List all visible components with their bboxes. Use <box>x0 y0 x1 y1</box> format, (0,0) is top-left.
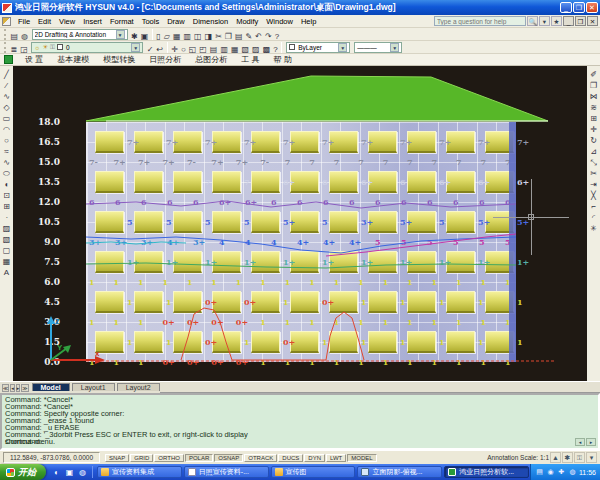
hatch-icon[interactable]: ▨ <box>1 222 13 233</box>
toggle-lwt[interactable]: LWT <box>326 454 346 462</box>
scale-icon[interactable]: ⊿ <box>588 145 600 156</box>
show-desktop-icon[interactable]: ▣ <box>64 467 75 478</box>
line-icon[interactable]: ╱ <box>1 68 13 79</box>
taskbar-button[interactable]: 立面阴影-俯视... <box>357 466 442 478</box>
player-icon[interactable]: ◍ <box>77 467 88 478</box>
toggle-ortho[interactable]: ORTHO <box>154 454 184 462</box>
menu-item-edit[interactable]: Edit <box>34 17 55 26</box>
minimize-button[interactable]: _ <box>560 2 572 13</box>
chevron-down-icon[interactable]: ▼ <box>338 43 347 52</box>
break-icon[interactable]: ╳ <box>588 189 600 200</box>
chevron-down-icon[interactable]: ▼ <box>131 43 140 52</box>
annotation-visibility-icon[interactable]: ▲ <box>550 452 561 463</box>
chamfer-icon[interactable]: ⌐ <box>588 200 600 211</box>
tab-nav-icon[interactable]: ≪ <box>2 384 9 392</box>
hysun-menu-item[interactable]: 总图分析 <box>188 55 234 64</box>
menu-item-insert[interactable]: Insert <box>79 17 106 26</box>
tab-nav-icon[interactable]: ▸ <box>16 384 21 392</box>
taskbar-button[interactable]: 鸿业日照分析软... <box>444 466 529 478</box>
autoscale-icon[interactable]: ✱ <box>562 452 573 463</box>
ie-icon[interactable]: ◐ <box>51 467 62 478</box>
copy-object-icon[interactable]: ❐ <box>588 79 600 90</box>
start-button[interactable]: 开始 <box>0 464 46 480</box>
array-icon[interactable]: ⊞ <box>588 112 600 123</box>
taskbar-button[interactable]: 日照宣传资料-... <box>184 466 269 478</box>
color-dropdown[interactable]: ByLayer ▼ <box>286 42 350 53</box>
stretch-icon[interactable]: ⤡ <box>588 156 600 167</box>
explode-icon[interactable]: ✳ <box>588 222 600 233</box>
move-icon[interactable]: ✛ <box>588 123 600 134</box>
mtext-icon[interactable]: A <box>1 266 13 277</box>
xline-icon[interactable]: ⁄ <box>1 79 13 90</box>
hysun-menu-item[interactable]: 日照分析 <box>142 55 188 64</box>
volume-icon[interactable]: ◉ <box>546 468 555 476</box>
close-button[interactable]: ✕ <box>586 2 598 13</box>
toggle-model[interactable]: MODEL <box>347 454 376 462</box>
rotate-icon[interactable]: ↻ <box>588 134 600 145</box>
toggle-polar[interactable]: POLAR <box>185 454 213 462</box>
toolbar-unlock-icon[interactable]: ⚿ <box>574 452 585 463</box>
scanner-icon[interactable]: ▤ <box>535 468 544 476</box>
command-prompt[interactable]: Command: <box>5 437 42 446</box>
hysun-menu-item[interactable]: 工 具 <box>234 55 266 64</box>
toolbar-grip[interactable] <box>4 42 7 53</box>
workspace-dropdown[interactable]: 2D Drafting & Annotation ▼ <box>32 29 128 40</box>
polyline-icon[interactable]: ∿ <box>1 90 13 101</box>
toggle-otrack[interactable]: OTRACK <box>244 454 277 462</box>
toolbar-grip[interactable] <box>4 29 7 40</box>
hysun-menu-item[interactable]: 基本建模 <box>50 55 96 64</box>
restore-button[interactable]: ❐ <box>573 2 585 13</box>
chevron-down-icon[interactable]: ▼ <box>390 43 399 52</box>
toggle-snap[interactable]: SNAP <box>105 454 129 462</box>
mirror-icon[interactable]: ⋈ <box>588 90 600 101</box>
polygon-icon[interactable]: ◇ <box>1 101 13 112</box>
toggle-grid[interactable]: GRID <box>130 454 153 462</box>
search-dropdown-icon[interactable]: 🔍 <box>527 16 538 26</box>
doc-minimize-button[interactable]: _ <box>563 16 574 26</box>
gradient-icon[interactable]: ▧ <box>1 233 13 244</box>
hysun-menu-item[interactable]: 设 置 <box>18 55 50 64</box>
chevron-down-icon[interactable]: ▼ <box>116 30 125 39</box>
doc-close-button[interactable]: ✕ <box>587 16 598 26</box>
rectangle-icon[interactable]: ▭ <box>1 112 13 123</box>
table-icon[interactable]: ▦ <box>1 255 13 266</box>
layer-dropdown[interactable]: ☼ ☀ ⚿ 0 ▼ <box>31 42 143 53</box>
hysun-menu-item[interactable]: 帮 助 <box>266 55 298 64</box>
command-line-window[interactable]: Command: *Cancel*Command: *Cancel*Comman… <box>0 393 600 450</box>
drawing-canvas[interactable]: 7+7+7+7+7+7+7+7+7+7+7+7-7+7+7+7-7+7+7-77… <box>13 66 587 381</box>
command-scroll-icon[interactable]: ▸ <box>586 438 596 446</box>
linetype-dropdown[interactable]: ——— ▼ <box>354 42 402 53</box>
erase-icon[interactable]: ✐ <box>588 68 600 79</box>
ellipse-arc-icon[interactable]: ◖ <box>1 178 13 189</box>
search-go-icon[interactable]: ▾ <box>539 16 550 26</box>
fillet-icon[interactable]: ◜ <box>588 211 600 222</box>
annotation-scale-label[interactable]: Annotation Scale: 1:1 <box>487 454 549 461</box>
tab-layout1[interactable]: Layout1 <box>72 383 115 391</box>
toggle-dyn[interactable]: DYN <box>304 454 325 462</box>
make-block-icon[interactable]: ⊞ <box>1 200 13 211</box>
clock[interactable]: 11:56 <box>579 469 596 476</box>
tab-nav-icon[interactable]: ≫ <box>21 384 28 392</box>
hysun-menu-item[interactable]: 模型转换 <box>96 55 142 64</box>
region-icon[interactable]: ▢ <box>1 244 13 255</box>
tab-nav-icon[interactable]: ◂ <box>10 384 15 392</box>
offset-icon[interactable]: ≋ <box>588 101 600 112</box>
menu-item-view[interactable]: View <box>55 17 79 26</box>
tab-layout2[interactable]: Layout2 <box>117 383 160 391</box>
ellipse-icon[interactable]: ⬭ <box>1 167 13 178</box>
toggle-ducs[interactable]: DUCS <box>278 454 303 462</box>
revcloud-icon[interactable]: ≈ <box>1 145 13 156</box>
status-menu-icon[interactable]: ▾ <box>586 452 597 463</box>
spline-icon[interactable]: ∿ <box>1 156 13 167</box>
circle-icon[interactable]: ○ <box>1 134 13 145</box>
network-icon[interactable]: ✚ <box>557 468 566 476</box>
taskbar-button[interactable]: 宣传图 <box>271 466 356 478</box>
menu-item-help[interactable]: Help <box>297 17 320 26</box>
taskbar-button[interactable]: 宣传资料集成 <box>97 466 182 478</box>
antivirus-icon[interactable]: ◍ <box>568 468 577 476</box>
favorites-star-icon[interactable]: ★ <box>551 16 562 26</box>
toggle-osnap[interactable]: OSNAP <box>214 454 243 462</box>
extend-icon[interactable]: ⇥ <box>588 178 600 189</box>
trim-icon[interactable]: ✂ <box>588 167 600 178</box>
insert-block-icon[interactable]: ⊡ <box>1 189 13 200</box>
